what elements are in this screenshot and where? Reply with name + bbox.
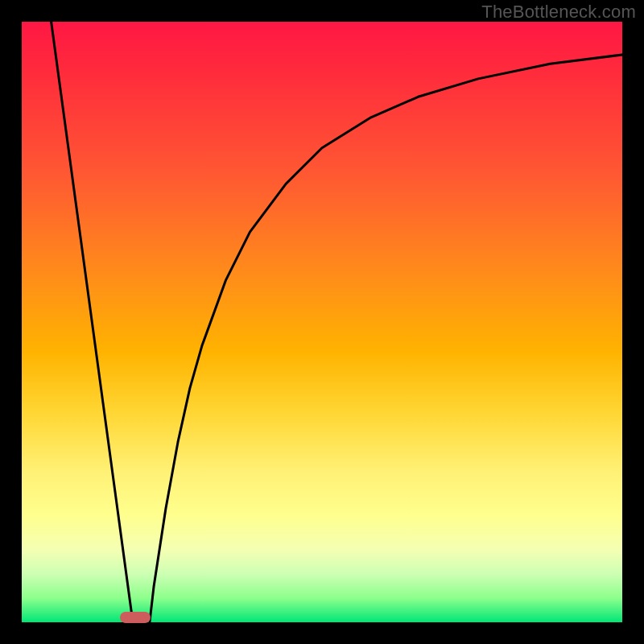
series-right-curve [150, 55, 622, 622]
watermark-text: TheBottleneck.com [481, 2, 636, 23]
chart-curves [0, 0, 644, 644]
chart-frame: TheBottleneck.com [0, 0, 644, 644]
bottleneck-marker [120, 612, 151, 623]
series-left-line [52, 22, 133, 622]
